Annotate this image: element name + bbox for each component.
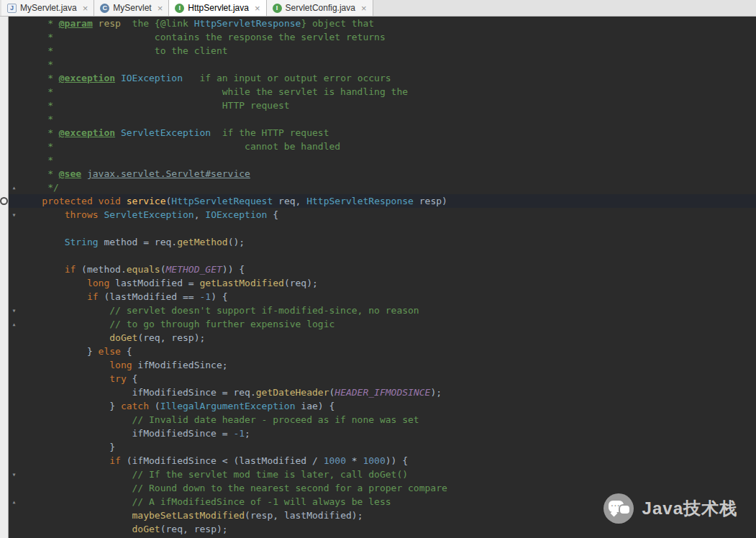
token-plain: resp) — [414, 196, 447, 206]
token-plain: ifModifiedSince = req. — [19, 387, 256, 398]
code-line[interactable]: * HTTP request — [9, 99, 756, 112]
fold-icon[interactable]: ▾ — [9, 468, 19, 481]
token-plain — [19, 196, 42, 206]
wechat-logo-icon — [604, 493, 634, 524]
token-plain — [19, 264, 65, 275]
token-dtag: @param — [59, 18, 93, 29]
code-line[interactable]: } else { — [9, 345, 756, 358]
token-doc: the {@link — [121, 18, 194, 29]
code-line[interactable]: String method = req.getMethod(); — [9, 235, 756, 249]
code-line[interactable]: doGet(req, resp); — [9, 522, 756, 536]
code-line[interactable]: ▾ // servlet doesn't support if-modified… — [9, 304, 756, 317]
code-line[interactable]: // Invalid date header - proceed as if n… — [9, 413, 756, 427]
gutter-cell — [9, 263, 19, 276]
token-kw: protected — [42, 196, 92, 206]
code-line[interactable] — [9, 222, 756, 235]
code-line[interactable]: * — [9, 58, 756, 71]
code-line[interactable]: if (lastModified == -1) { — [9, 290, 756, 304]
token-plain — [19, 237, 65, 247]
code-line[interactable]: ifModifiedSince = -1; — [9, 427, 756, 440]
editor-tab[interactable]: IHttpServlet.java× — [169, 0, 266, 16]
token-dref: ServletException — [121, 127, 211, 138]
code-line[interactable]: ▾ throws ServletException, IOException { — [9, 208, 756, 222]
token-cmt: // A ifModifiedSince of -1 will always b… — [19, 496, 391, 507]
code-line[interactable]: * while the servlet is handling the — [9, 85, 756, 99]
token-cmt: // Invalid date header - proceed as if n… — [19, 414, 419, 425]
code-line[interactable]: ▴ */ — [9, 181, 756, 194]
tab-label: MyServlet — [113, 3, 151, 13]
fold-icon[interactable]: ▾ — [9, 304, 19, 317]
code-area[interactable]: * @param resp the {@link HttpServletResp… — [9, 17, 756, 538]
gutter-cell — [9, 276, 19, 290]
code-line[interactable]: protected void service(HttpServletReques… — [9, 194, 756, 208]
code-line[interactable]: ifModifiedSince = req.getDateHeader(HEAD… — [9, 386, 756, 399]
token-doc: * — [19, 155, 53, 165]
token-plain: ( — [149, 401, 160, 411]
fold-icon[interactable]: ▴ — [9, 181, 19, 194]
code-line[interactable]: if (method.equals(METHOD_GET)) { — [9, 263, 756, 276]
code-line[interactable]: } catch (IllegalArgumentException iae) { — [9, 399, 756, 413]
fold-icon[interactable]: ▾ — [9, 208, 19, 222]
code-line[interactable]: ▴ // to go through further expensive log… — [9, 317, 756, 331]
gutter-cell — [9, 71, 19, 85]
code-line[interactable]: * contains the response the servlet retu… — [9, 30, 756, 44]
code-text: doGet(req, resp); — [19, 331, 205, 345]
code-line[interactable]: * @see javax.servlet.Servlet#service — [9, 167, 756, 181]
token-doc: * to the client — [19, 45, 228, 56]
code-text: // Invalid date header - proceed as if n… — [19, 413, 419, 427]
close-icon[interactable]: × — [361, 4, 367, 13]
gutter-cell — [9, 85, 19, 99]
code-line[interactable]: if (ifModifiedSince < (lastModified / 10… — [9, 454, 756, 468]
token-cls: String — [65, 237, 99, 247]
close-icon[interactable]: × — [158, 4, 163, 13]
close-icon[interactable]: × — [83, 4, 88, 13]
fold-icon[interactable]: ▴ — [9, 317, 19, 331]
token-num: 1000 — [363, 455, 385, 466]
code-line[interactable]: try { — [9, 372, 756, 386]
token-kw: long — [109, 360, 132, 370]
token-plain: { — [127, 373, 138, 384]
code-line[interactable]: * to the client — [9, 44, 756, 58]
code-line[interactable]: long ifModifiedSince; — [9, 358, 756, 372]
code-text: long lastModified = getLastModified(req)… — [19, 276, 318, 290]
token-plain — [19, 455, 109, 466]
code-line[interactable]: ▾ // If the servlet mod time is later, c… — [9, 468, 756, 481]
token-dtag: @see — [59, 168, 81, 179]
code-line[interactable]: * cannot be handled — [9, 140, 756, 153]
token-plain: lastModified = — [109, 278, 199, 288]
editor-tab[interactable]: JMyServlet.java× — [1, 0, 94, 16]
code-line[interactable]: * @exception IOException if an input or … — [9, 71, 756, 85]
watermark: Java技术栈 — [604, 493, 737, 524]
breakpoint-icon[interactable] — [0, 197, 8, 205]
token-dref: HttpServletResponse — [194, 18, 301, 29]
code-text: // If the servlet mod time is later, cal… — [19, 468, 408, 481]
code-line[interactable]: long lastModified = getLastModified(req)… — [9, 276, 756, 290]
code-line[interactable]: * — [9, 112, 756, 126]
code-line[interactable] — [9, 249, 756, 263]
code-line[interactable]: * @param resp the {@link HttpServletResp… — [9, 17, 756, 30]
code-line[interactable]: doGet(req, resp); — [9, 331, 756, 345]
editor-tab[interactable]: CMyServlet× — [94, 0, 169, 16]
code-text: } else { — [19, 345, 132, 358]
code-line[interactable]: } — [9, 440, 756, 454]
gutter-cell — [9, 509, 19, 522]
token-plain — [19, 524, 132, 534]
token-doc: * — [19, 127, 59, 138]
gutter-cell — [9, 249, 19, 263]
token-plain — [19, 510, 132, 521]
fold-icon[interactable]: ▴ — [9, 495, 19, 509]
code-text: if (method.equals(METHOD_GET)) { — [19, 263, 245, 276]
code-line[interactable]: * @exception ServletException if the HTT… — [9, 126, 756, 140]
editor-tab[interactable]: IServletConfig.java× — [267, 0, 373, 16]
close-icon[interactable]: × — [255, 4, 260, 13]
editor-main: * @param resp the {@link HttpServletResp… — [0, 17, 756, 538]
token-doc: */ — [19, 182, 59, 193]
token-plain — [19, 291, 87, 302]
gutter-cell — [9, 112, 19, 126]
token-kw: else — [99, 346, 121, 357]
gutter-cell — [9, 167, 19, 181]
code-line[interactable]: * — [9, 153, 756, 167]
gutter-cell — [9, 126, 19, 140]
java-class-icon: C — [100, 4, 109, 13]
gutter-cell — [9, 290, 19, 304]
